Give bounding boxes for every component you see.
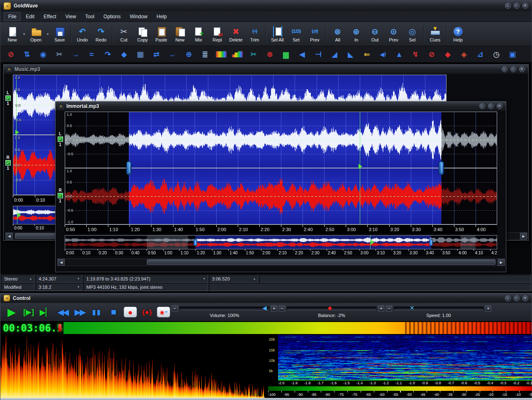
silence-reduce-icon[interactable]: ✂ bbox=[54, 49, 65, 60]
redo-toolbar-button[interactable]: ↷Redo bbox=[92, 25, 110, 43]
undo-toolbar-button[interactable]: ↶Undo bbox=[73, 25, 92, 43]
right-channel-toggle[interactable]: R ✓ 1 bbox=[57, 188, 63, 203]
prev-toolbar-button[interactable]: {⇄}Prev bbox=[305, 25, 324, 43]
menu-item-window[interactable]: Window bbox=[126, 12, 152, 21]
out-toolbar-button[interactable]: ⊖Out bbox=[366, 25, 384, 43]
repl-toolbar-button[interactable]: Repl bbox=[208, 25, 227, 43]
diamond-arrows-icon[interactable]: ◈ bbox=[459, 49, 469, 60]
main-titlebar[interactable]: ≈ GoldWave –▫✕ bbox=[0, 0, 532, 11]
menu-item-edit[interactable]: Edit bbox=[22, 12, 39, 21]
menu-item-options[interactable]: Options bbox=[99, 12, 124, 21]
delete-toolbar-button[interactable]: ✖Delete bbox=[227, 25, 245, 43]
mix-toolbar-button[interactable]: Mix bbox=[189, 25, 208, 43]
window-time-cell[interactable]: 3:18.2▾ bbox=[36, 283, 82, 291]
mechanize-icon[interactable]: ⊕ bbox=[183, 49, 194, 60]
fast-play-button[interactable]: [▶] bbox=[22, 305, 36, 319]
copy-toolbar-button[interactable]: Copy bbox=[133, 25, 152, 43]
maximize-button[interactable]: ▫ bbox=[514, 295, 520, 301]
noise-gate-icon[interactable]: ⊗ bbox=[264, 49, 275, 60]
splice-icon[interactable]: ✂ bbox=[248, 49, 259, 60]
toolbar-dropdown-caret[interactable]: ▾ bbox=[22, 32, 26, 36]
play-selection-button[interactable]: ▶▏ bbox=[39, 305, 53, 319]
channel-checkbox[interactable]: ✓ bbox=[5, 160, 11, 166]
rewind-button[interactable]: ◀◀ bbox=[56, 305, 70, 319]
new-toolbar-button[interactable]: New bbox=[171, 25, 189, 43]
level-bars-icon[interactable]: ▆ bbox=[281, 49, 291, 60]
pitch-marker-icon[interactable]: ▲ bbox=[394, 49, 405, 60]
record-selection-button[interactable]: {●} bbox=[140, 305, 154, 319]
device-monitor-icon[interactable]: ▣ bbox=[507, 49, 518, 60]
minimize-button[interactable]: – bbox=[502, 66, 508, 72]
time-axis[interactable]: 0:501:001:101:201:301:401:502:002:102:20… bbox=[65, 224, 497, 234]
sel-toolbar-button[interactable]: ◎Sel bbox=[403, 25, 422, 43]
selection-start-handle[interactable] bbox=[126, 161, 132, 175]
maximize-button[interactable]: ▫ bbox=[510, 66, 516, 72]
selection-end-handle[interactable] bbox=[439, 161, 444, 175]
music-titlebar[interactable]: ≈ Music.mp3 –▫✕ bbox=[4, 65, 528, 74]
play-button[interactable]: ▶ bbox=[5, 305, 19, 319]
speed-slider-handle[interactable]: ✕ bbox=[410, 305, 415, 311]
immortal-window[interactable]: ≈ Immortal.mp3 –▫✕ L ✓ 1 R ✓ 1 1.00.50.0… bbox=[55, 101, 506, 272]
scroll-right-button[interactable]: ▶ bbox=[520, 233, 527, 239]
right-channel-waveform[interactable] bbox=[65, 168, 497, 224]
monitor-button[interactable]: ◉ bbox=[157, 307, 170, 317]
selection-cell[interactable]: 1:19.878 to 3:43.825 (2:23.947)▾ bbox=[83, 275, 208, 283]
close-button[interactable]: ✕ bbox=[497, 103, 503, 109]
flutter-icon[interactable]: ≈ bbox=[86, 49, 97, 60]
position-cell[interactable]: 3:06.520▴ bbox=[209, 275, 258, 283]
stop-button[interactable]: ■ bbox=[107, 305, 121, 319]
prev-toolbar-button[interactable]: ⊙Prev bbox=[384, 25, 403, 43]
doppler-icon[interactable]: ◉ bbox=[38, 49, 49, 60]
length-cell[interactable]: 4:24.307▾ bbox=[36, 275, 82, 283]
open-toolbar-button[interactable]: Open bbox=[27, 25, 45, 43]
pause-button[interactable]: ▮▮ bbox=[90, 305, 104, 319]
in-toolbar-button[interactable]: ⊕In bbox=[347, 25, 366, 43]
overview-strip[interactable] bbox=[65, 235, 497, 249]
speaker-left-icon[interactable]: ◀ bbox=[297, 49, 307, 60]
scrollbar-thumb[interactable] bbox=[147, 259, 495, 265]
max-volume-icon[interactable]: ◀! bbox=[378, 49, 388, 60]
record-button[interactable]: ● bbox=[124, 307, 137, 317]
right-channel-toggle[interactable]: R ✓ 1 bbox=[5, 155, 11, 171]
shape-envelope-icon[interactable]: ◆ bbox=[119, 49, 129, 60]
all-toolbar-button[interactable]: ⊗All bbox=[328, 25, 347, 43]
spectrum-filter-icon[interactable] bbox=[216, 51, 227, 58]
toolbar-dropdown-caret[interactable]: ▾ bbox=[46, 32, 50, 36]
bypass-icon[interactable]: ⊘ bbox=[5, 49, 16, 60]
shift-start-icon[interactable]: ⇐ bbox=[361, 49, 372, 60]
disable-effect-icon[interactable]: ⊘ bbox=[426, 49, 437, 60]
balance-slider-track[interactable]: ◆ bbox=[287, 307, 376, 310]
scroll-right-button[interactable]: ▶ bbox=[498, 259, 505, 266]
speed-slider-decrease-button[interactable]: − bbox=[386, 305, 392, 312]
balance-slider-decrease-button[interactable]: − bbox=[279, 305, 285, 312]
speed-slider-increase-button[interactable]: + bbox=[485, 305, 491, 312]
horizontal-scrollbar[interactable]: ◀ ▶ bbox=[57, 259, 505, 266]
fast-forward-button[interactable]: ▶▶ bbox=[73, 305, 87, 319]
left-channel-toggle[interactable]: L ✓ 1 bbox=[5, 90, 11, 106]
volume-slider-handle[interactable]: ◀ bbox=[262, 305, 267, 311]
fade-in-icon[interactable]: ◢ bbox=[329, 49, 340, 60]
spectrum-steps-icon[interactable] bbox=[232, 51, 243, 58]
reverse-icon[interactable]: ↷ bbox=[102, 49, 113, 60]
speed-slider-track[interactable]: ✕ bbox=[394, 307, 483, 310]
timer-icon[interactable]: ◷ bbox=[491, 49, 502, 60]
menu-item-file[interactable]: File bbox=[4, 12, 21, 21]
paste-toolbar-button[interactable]: Paste bbox=[152, 25, 171, 43]
channel-mode-cell[interactable]: Stereo▴ bbox=[1, 275, 34, 283]
new-toolbar-button[interactable]: New bbox=[3, 25, 22, 43]
balance-slider-handle[interactable]: ◆ bbox=[327, 305, 332, 311]
close-button[interactable]: ✕ bbox=[522, 295, 528, 301]
volume-slider-increase-button[interactable]: + bbox=[271, 305, 277, 312]
playback-marker-icon[interactable] bbox=[359, 164, 362, 169]
menu-item-view[interactable]: View bbox=[61, 12, 81, 21]
scroll-left-button[interactable]: ◀ bbox=[58, 259, 65, 266]
fade-out-icon[interactable]: ◣ bbox=[345, 49, 356, 60]
menu-item-effect[interactable]: Effect bbox=[39, 12, 60, 21]
minimize-button[interactable]: – bbox=[505, 3, 511, 9]
immortal-titlebar[interactable]: ≈ Immortal.mp3 –▫✕ bbox=[56, 102, 506, 111]
close-button[interactable]: ✕ bbox=[522, 3, 528, 9]
equalizer-icon[interactable]: ≣ bbox=[200, 49, 210, 60]
minimize-button[interactable]: – bbox=[505, 295, 511, 301]
close-button[interactable]: ✕ bbox=[519, 66, 525, 72]
volume-slider-track[interactable]: ◀ bbox=[180, 307, 269, 310]
